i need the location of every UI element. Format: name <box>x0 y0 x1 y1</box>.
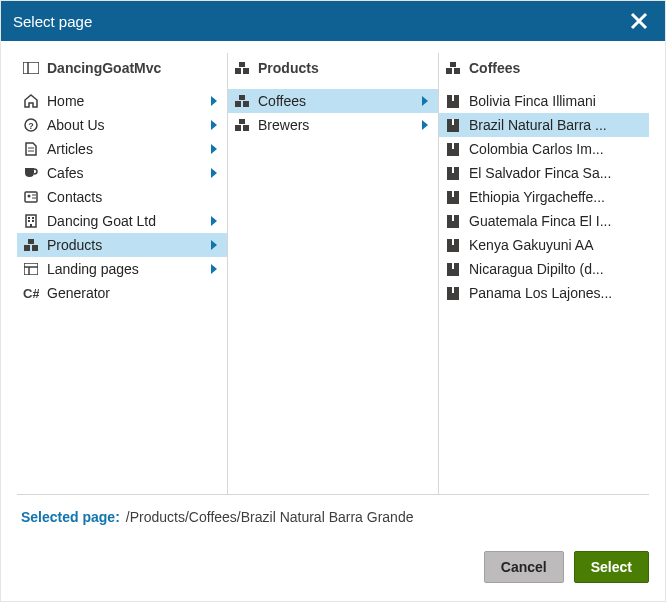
column-1-header[interactable]: DancingGoatMvc <box>17 53 227 83</box>
boxes-icon <box>23 239 39 251</box>
list-item[interactable]: Dancing Goat Ltd <box>17 209 227 233</box>
svg-rect-16 <box>32 220 34 222</box>
svg-point-9 <box>28 195 31 198</box>
dialog-title: Select page <box>13 13 92 30</box>
list-item[interactable]: Cafes <box>17 161 227 185</box>
selected-page-label: Selected page: <box>21 509 120 525</box>
svg-rect-38 <box>452 95 454 101</box>
svg-rect-40 <box>452 119 454 125</box>
list-item[interactable]: Kenya Gakuyuni AA <box>439 233 649 257</box>
svg-rect-48 <box>452 215 454 221</box>
chevron-right-icon <box>418 96 432 106</box>
list-item-label: Nicaragua Dipilto (d... <box>469 261 643 277</box>
list-item-label: Dancing Goat Ltd <box>47 213 199 229</box>
list-item[interactable]: Ethiopia Yirgacheffe... <box>439 185 649 209</box>
list-item[interactable]: Panama Los Lajones... <box>439 281 649 305</box>
footer-buttons: Cancel Select <box>1 535 665 601</box>
column-2-list: CoffeesBrewers <box>228 83 438 494</box>
list-item-label: Cafes <box>47 165 199 181</box>
svg-rect-33 <box>239 119 245 124</box>
list-item[interactable]: El Salvador Finca Sa... <box>439 161 649 185</box>
cancel-button[interactable]: Cancel <box>484 551 564 583</box>
list-item-label: El Salvador Finca Sa... <box>469 165 643 181</box>
book-icon <box>445 119 461 132</box>
list-item[interactable]: Landing pages <box>17 257 227 281</box>
list-item-label: Panama Los Lajones... <box>469 285 643 301</box>
site-icon <box>23 62 39 74</box>
svg-rect-34 <box>446 68 452 74</box>
book-icon <box>445 287 461 300</box>
columns: DancingGoatMvc Home?About UsArticlesCafe… <box>17 53 649 495</box>
svg-rect-8 <box>25 192 37 202</box>
list-item-label: Products <box>47 237 199 253</box>
list-item[interactable]: Home <box>17 89 227 113</box>
titlebar: Select page <box>1 1 665 41</box>
book-icon <box>445 95 461 108</box>
list-item[interactable]: Guatemala Finca El I... <box>439 209 649 233</box>
list-item[interactable]: Contacts <box>17 185 227 209</box>
list-item-label: Landing pages <box>47 261 199 277</box>
svg-rect-30 <box>239 95 245 100</box>
svg-rect-36 <box>450 62 456 67</box>
cup-icon <box>23 167 39 179</box>
book-icon <box>445 143 461 156</box>
column-2-header-label: Products <box>258 60 319 76</box>
list-item[interactable]: Articles <box>17 137 227 161</box>
svg-rect-46 <box>452 191 454 197</box>
chevron-right-icon <box>207 96 221 106</box>
svg-rect-25 <box>235 68 241 74</box>
svg-rect-27 <box>239 62 245 67</box>
list-item-label: Kenya Gakuyuni AA <box>469 237 643 253</box>
column-2: Products CoffeesBrewers <box>228 53 439 494</box>
column-1-list: Home?About UsArticlesCafesContactsDancin… <box>17 83 227 494</box>
list-item-label: Ethiopia Yirgacheffe... <box>469 189 643 205</box>
list-item[interactable]: ?About Us <box>17 113 227 137</box>
list-item-label: Bolivia Finca Illimani <box>469 93 643 109</box>
svg-rect-54 <box>452 287 454 293</box>
column-2-header[interactable]: Products <box>228 53 438 83</box>
list-item-label: About Us <box>47 117 199 133</box>
close-icon <box>630 12 648 30</box>
question-icon: ? <box>23 118 39 132</box>
list-item[interactable]: Brazil Natural Barra ... <box>439 113 649 137</box>
list-item[interactable]: Products <box>17 233 227 257</box>
boxes-icon <box>445 62 461 74</box>
chevron-right-icon <box>418 120 432 130</box>
book-icon <box>445 167 461 180</box>
chevron-right-icon <box>207 216 221 226</box>
svg-text:?: ? <box>28 121 34 131</box>
select-page-dialog: Select page DancingGoatMvc Home?About Us… <box>0 0 666 602</box>
svg-rect-26 <box>243 68 249 74</box>
svg-rect-14 <box>32 217 34 219</box>
list-item[interactable]: Bolivia Finca Illimani <box>439 89 649 113</box>
svg-text:C#: C# <box>23 286 39 300</box>
column-3-header[interactable]: Coffees <box>439 53 649 83</box>
contacts-icon <box>23 191 39 203</box>
close-button[interactable] <box>625 7 653 35</box>
chevron-right-icon <box>207 240 221 250</box>
list-item[interactable]: C#Generator <box>17 281 227 305</box>
svg-rect-21 <box>24 263 38 275</box>
chevron-right-icon <box>207 168 221 178</box>
list-item[interactable]: Nicaragua Dipilto (d... <box>439 257 649 281</box>
book-icon <box>445 191 461 204</box>
svg-rect-44 <box>452 167 454 173</box>
column-3-header-label: Coffees <box>469 60 520 76</box>
list-item[interactable]: Brewers <box>228 113 438 137</box>
select-button[interactable]: Select <box>574 551 649 583</box>
svg-rect-29 <box>243 101 249 107</box>
list-item[interactable]: Colombia Carlos Im... <box>439 137 649 161</box>
list-item[interactable]: Coffees <box>228 89 438 113</box>
column-3-list: Bolivia Finca IllimaniBrazil Natural Bar… <box>439 83 649 494</box>
building-icon <box>23 214 39 228</box>
svg-rect-32 <box>243 125 249 131</box>
svg-rect-15 <box>28 220 30 222</box>
chevron-right-icon <box>207 120 221 130</box>
list-item-label: Generator <box>47 285 221 301</box>
column-1: DancingGoatMvc Home?About UsArticlesCafe… <box>17 53 228 494</box>
boxes-icon <box>234 119 250 131</box>
svg-rect-31 <box>235 125 241 131</box>
selected-page-row: Selected page: /Products/Coffees/Brazil … <box>17 495 649 535</box>
svg-rect-13 <box>28 217 30 219</box>
list-item-label: Brazil Natural Barra ... <box>469 117 643 133</box>
